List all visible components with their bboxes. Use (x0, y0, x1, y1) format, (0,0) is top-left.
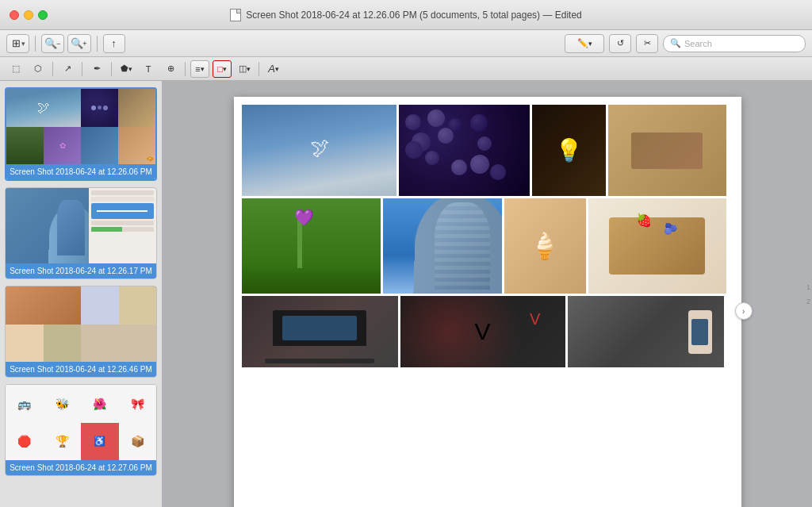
sidebar-thumb-1: 🕊 (6, 89, 155, 164)
sidebar-label-1: Screen Shot 2018-06-24 at 12.26.06 PM (6, 164, 155, 179)
thumb-cell-1-7: 🧇 (118, 127, 155, 165)
thumb-cell-1-3 (118, 89, 155, 127)
text-tool-button[interactable]: T (139, 60, 158, 78)
collage-row-2: 💜 (242, 198, 733, 294)
tb2-sep-4 (185, 62, 186, 76)
zoom-out-icon: 🔍 (45, 38, 56, 49)
shapes-button[interactable]: ⬟ ▾ (117, 60, 136, 78)
toolbar-main: ⊞ ▾ 🔍 − 🔍 + ↑ ✏️ ▾ ↺ ✂ 🔍 (0, 30, 812, 57)
font-chevron: ▾ (275, 65, 279, 73)
document-icon (230, 9, 241, 21)
photo-building (383, 198, 502, 294)
share-button[interactable]: ↑ (103, 34, 125, 53)
zoom-in-icon: 🔍 (71, 38, 82, 49)
search-input-wrap: 🔍 (663, 35, 806, 52)
photo-footprint (608, 105, 726, 196)
tb2-sep-2 (82, 62, 82, 76)
text-icon: T (146, 64, 151, 74)
photo-phone-vivaldi: V V (400, 296, 565, 367)
page-canvas: 🕊 (234, 97, 741, 507)
sidebar-item-1[interactable]: 🕊 (5, 87, 157, 181)
tb2-sep-3 (111, 62, 112, 76)
annotate-button[interactable]: ✏️ ▾ (565, 34, 604, 53)
photo-waffle: 🍓 🫐 (588, 198, 726, 294)
thumb-cell-1-2 (81, 89, 118, 127)
font-button[interactable]: A ▾ (264, 60, 283, 78)
photo-icecream: 🍦 (504, 198, 586, 294)
collage-row-1: 🕊 (242, 105, 733, 196)
align-button[interactable]: ≡ ▾ (190, 60, 209, 78)
tb2-sep-1 (52, 62, 53, 76)
search-input[interactable] (684, 39, 799, 48)
pen-tool-icon: ✒ (94, 63, 101, 74)
sidebar-item-2[interactable]: Screen Shot 2018-06-24 at 12.26.17 PM (5, 187, 157, 279)
sidebar-thumb-3 (6, 286, 156, 362)
photo-blueberries (399, 105, 530, 196)
font-icon: A (268, 63, 275, 75)
thumb-cell-1-5: ✿ (44, 127, 81, 165)
photo-laptop (242, 296, 398, 367)
maximize-button[interactable] (38, 10, 48, 20)
search-icon: 🔍 (670, 38, 681, 48)
sidebar-label-4: Screen Shot 2018-06-24 at 12.27.06 PM (6, 460, 156, 475)
border-chevron: ▾ (223, 65, 227, 73)
thumb-cell-1-1: 🕊 (6, 89, 81, 127)
photo-seagull: 🕊 (242, 105, 396, 196)
traffic-lights (10, 10, 48, 20)
thumb-cell-1-4 (6, 127, 44, 165)
canvas-area[interactable]: 🕊 (163, 81, 812, 507)
zoom-in-button[interactable]: 🔍 + (67, 34, 90, 53)
close-button[interactable] (10, 10, 19, 20)
rotate-button[interactable]: ↺ (609, 34, 631, 53)
collage-row-3: V V (242, 296, 733, 367)
share-icon: ↑ (109, 38, 120, 49)
sidebar-label-2: Screen Shot 2018-06-24 at 12.26.17 PM (6, 263, 156, 278)
photo-person-phone (568, 296, 724, 367)
view-button[interactable]: ⊞ ▾ (6, 34, 29, 53)
sidebar-thumb-2 (6, 188, 156, 263)
main-content: 🕊 (0, 81, 812, 507)
minimize-button[interactable] (24, 10, 33, 20)
crop-tool-icon: ↗ (64, 63, 71, 74)
pen-tool-button[interactable]: ✒ (87, 60, 106, 78)
page-number-2: 2 (806, 298, 810, 305)
window-title: Screen Shot 2018-06-24 at 12.26.06 PM (5… (230, 9, 582, 21)
rectangle-select-button[interactable]: ⬡ (29, 60, 48, 78)
annotate-chevron: ▾ (588, 40, 592, 48)
photo-orchid-field: 💜 (242, 198, 381, 294)
adjust-button[interactable]: ⊕ (161, 60, 180, 78)
toolbar-separator-2 (97, 36, 98, 52)
fill-button[interactable]: ◫ ▾ (235, 60, 254, 78)
title-bar: Screen Shot 2018-06-24 at 12.26.06 PM (5… (0, 0, 812, 30)
fill-icon: ◫ (239, 63, 247, 74)
next-page-arrow[interactable]: › (735, 302, 753, 320)
page-number-1: 1 (806, 283, 810, 291)
page-numbers: 1 2 (806, 283, 810, 305)
photo-collage: 🕊 (242, 105, 733, 367)
border-color-button[interactable]: □ ▾ (213, 60, 232, 78)
plus-icon: + (82, 40, 86, 48)
view-icon: ⊞ (10, 38, 21, 49)
shapes-chevron: ▾ (128, 65, 132, 73)
shapes-icon: ⬟ (121, 63, 128, 74)
crop-icon: ✂ (644, 38, 651, 48)
select-tool-button[interactable]: ⬚ (6, 60, 25, 78)
thumb-cell-1-6 (81, 127, 118, 165)
sidebar: 🕊 (0, 81, 163, 507)
sidebar-item-4[interactable]: 🚌 🐝 🌺 🎀 🛑 🏆 ♿ 📦 Screen Shot 2018-06-24 a… (5, 384, 157, 476)
crop-tool-button[interactable]: ↗ (58, 60, 77, 78)
crop-button[interactable]: ✂ (636, 34, 658, 53)
sidebar-label-3: Screen Shot 2018-06-24 at 12.26.46 PM (6, 362, 156, 377)
zoom-out-button[interactable]: 🔍 − (41, 34, 64, 53)
rotate-icon: ↺ (617, 38, 624, 48)
toolbar-drawing: ⬚ ⬡ ↗ ✒ ⬟ ▾ T ⊕ ≡ ▾ □ ▾ ◫ ▾ A ▾ (0, 57, 812, 81)
fill-chevron: ▾ (247, 65, 251, 73)
photo-lightbulbs: 💡 (532, 105, 606, 196)
minus-icon: − (56, 40, 60, 48)
sidebar-thumb-4: 🚌 🐝 🌺 🎀 🛑 🏆 ♿ 📦 (6, 385, 156, 460)
rect-select-icon: ⬡ (34, 63, 42, 74)
border-icon: □ (217, 64, 223, 74)
select-icon: ⬚ (12, 63, 20, 74)
sidebar-item-3[interactable]: Screen Shot 2018-06-24 at 12.26.46 PM (5, 286, 157, 378)
align-chevron: ▾ (201, 65, 205, 73)
